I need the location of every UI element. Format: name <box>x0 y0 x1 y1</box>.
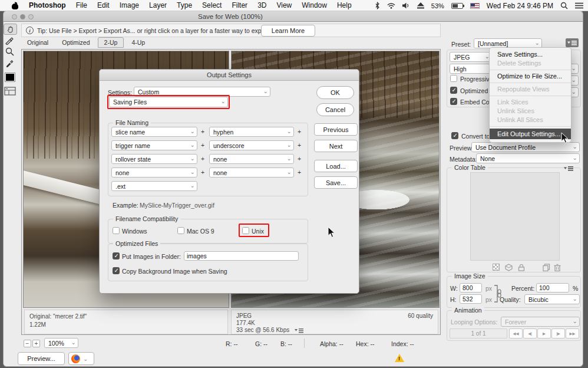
apple-menu-icon[interactable] <box>12 2 18 9</box>
close-button[interactable] <box>12 14 17 19</box>
input-language-flag-icon[interactable] <box>470 3 480 9</box>
extension-select[interactable]: .ext⌄ <box>111 181 197 191</box>
zoom-window-button[interactable] <box>28 14 34 19</box>
plus-sign: + <box>201 155 204 162</box>
menu-type[interactable]: Type <box>177 1 192 9</box>
battery-icon[interactable] <box>451 3 463 9</box>
dialog-cancel-button[interactable]: Cancel <box>316 103 354 116</box>
menu-layer[interactable]: Layer <box>149 1 167 9</box>
screen: Photoshop File Edit Image Layer Type Sel… <box>0 0 588 368</box>
menu-file[interactable]: File <box>76 1 87 9</box>
menu-edit[interactable]: Edit <box>97 1 110 9</box>
menu-3d[interactable]: 3D <box>257 1 266 9</box>
color-table-swatch-area[interactable] <box>470 172 560 261</box>
zoom-out-button[interactable]: − <box>24 340 31 347</box>
next-button[interactable]: Next <box>314 140 358 152</box>
metadata-select[interactable]: None⌄ <box>476 153 580 163</box>
play-button[interactable]: ▶ <box>537 328 551 339</box>
zoom-tool-button[interactable] <box>5 47 14 57</box>
previous-button[interactable]: Previous <box>314 123 358 136</box>
new-color-icon[interactable] <box>543 264 550 271</box>
notification-center-icon[interactable] <box>575 2 583 9</box>
web-shift-cube-icon[interactable] <box>505 264 513 271</box>
menu-item-save-settings[interactable]: Save Settings... <box>490 50 571 59</box>
chevron-down-icon: ⌄ <box>535 40 540 47</box>
color-table-menu-icon[interactable] <box>563 165 574 172</box>
menu-filter[interactable]: Filter <box>232 1 247 9</box>
format-select[interactable]: JPEG⌄ <box>450 52 492 62</box>
menu-item-optimize-to-file-size[interactable]: Optimize to File Size... <box>490 72 571 81</box>
height-input[interactable] <box>460 294 482 304</box>
bluetooth-icon[interactable] <box>375 2 380 9</box>
menu-help[interactable]: Help <box>337 1 352 9</box>
windows-checkbox[interactable] <box>113 227 120 234</box>
dialog-save-button[interactable]: Save... <box>314 176 358 189</box>
put-images-in-folder-checkbox[interactable] <box>113 252 120 259</box>
height-label: H: <box>450 296 457 303</box>
wifi-icon[interactable] <box>387 2 395 9</box>
slice-select-tool-button[interactable] <box>5 37 14 46</box>
next-frame-button[interactable]: |▶ <box>551 328 565 339</box>
tab-optimized[interactable]: Optimized <box>56 37 95 48</box>
menu-window[interactable]: Window <box>302 1 327 9</box>
optimized-checkbox[interactable] <box>450 87 457 94</box>
load-button[interactable]: Load... <box>314 160 358 172</box>
hand-tool-button[interactable] <box>4 24 17 35</box>
convert-to-srgb-checkbox[interactable] <box>451 132 458 139</box>
menu-bar-clock[interactable]: Wed Feb 24 9:46 PM <box>487 2 553 10</box>
width-input[interactable] <box>460 283 482 293</box>
resample-quality-select[interactable]: Bicubic⌄ <box>524 294 580 304</box>
warning-icon[interactable]: ! <box>395 354 404 362</box>
tab-original[interactable]: Original <box>21 37 54 48</box>
zoom-level-select[interactable]: 100%⌄ <box>44 338 78 348</box>
download-rate-menu-icon[interactable] <box>295 328 304 333</box>
previous-frame-button[interactable]: ◀| <box>523 328 537 339</box>
naming-token-8-select[interactable]: none⌄ <box>209 167 294 178</box>
zoom-in-button[interactable]: + <box>32 340 40 347</box>
minimize-button[interactable] <box>20 14 25 19</box>
menu-separator <box>490 126 571 127</box>
naming-token-1-select[interactable]: slice name⌄ <box>111 127 197 137</box>
browser-select-button[interactable]: ⌄ <box>68 352 94 365</box>
naming-token-5-select[interactable]: rollover state⌄ <box>111 154 197 164</box>
menu-item-unlink-slices: Unlink Slices <box>490 107 571 116</box>
tab-2up[interactable]: 2-Up <box>98 37 124 48</box>
learn-more-button[interactable]: Learn More <box>261 25 315 37</box>
menu-photoshop[interactable]: Photoshop <box>29 1 66 9</box>
naming-token-7-select[interactable]: none⌄ <box>111 167 197 178</box>
eject-icon[interactable] <box>417 2 424 9</box>
dialog-title: Output Settings <box>207 71 252 78</box>
chevron-down-icon: ⌄ <box>287 128 292 135</box>
progressive-label: Progressive <box>460 75 493 83</box>
looping-options-select[interactable]: Forever⌄ <box>501 317 580 327</box>
menu-item-edit-output-settings[interactable]: Edit Output Settings... <box>490 129 571 139</box>
embed-color-profile-checkbox[interactable] <box>450 98 457 105</box>
menu-image[interactable]: Image <box>120 1 139 9</box>
eyedropper-tool-button[interactable] <box>5 59 14 68</box>
naming-token-2-select[interactable]: hyphen⌄ <box>209 127 294 137</box>
progressive-checkbox[interactable] <box>450 75 457 82</box>
map-transparency-icon[interactable] <box>493 264 500 271</box>
trash-icon[interactable] <box>554 264 561 271</box>
tab-4up[interactable]: 4-Up <box>125 37 151 48</box>
percent-input[interactable] <box>536 283 569 293</box>
tip-text: Tip: Use File > Export > Export As... or… <box>37 27 288 34</box>
menu-view[interactable]: View <box>276 1 292 9</box>
naming-token-3-select[interactable]: trigger name⌄ <box>111 140 197 150</box>
naming-token-4-select[interactable]: underscore⌄ <box>209 140 294 150</box>
folder-name-input[interactable] <box>184 251 299 261</box>
preview-in-browser-button[interactable]: Preview... <box>18 352 65 365</box>
ok-button[interactable]: OK <box>316 86 354 99</box>
menu-select[interactable]: Select <box>202 1 222 9</box>
panel-menu-button[interactable] <box>566 38 579 47</box>
first-frame-button[interactable]: ◀◀ <box>509 328 523 339</box>
spotlight-search-icon[interactable] <box>560 2 568 9</box>
copy-background-image-checkbox[interactable] <box>113 267 120 274</box>
naming-token-6-select[interactable]: none⌄ <box>209 154 294 164</box>
lock-color-icon[interactable] <box>518 264 525 271</box>
macos9-checkbox[interactable] <box>177 227 184 234</box>
last-frame-button[interactable]: ▶▶ <box>566 328 579 339</box>
eyedropper-color-swatch[interactable] <box>5 73 15 82</box>
toggle-slices-visibility-button[interactable] <box>4 87 16 97</box>
volume-icon[interactable] <box>402 2 410 9</box>
